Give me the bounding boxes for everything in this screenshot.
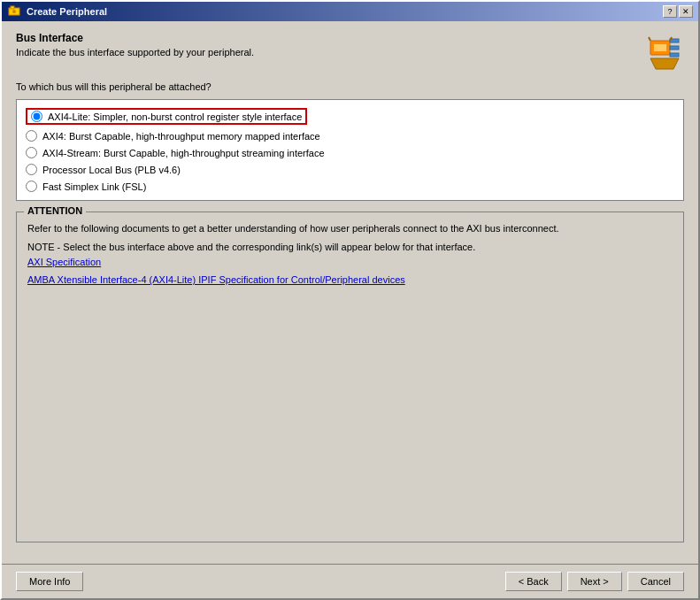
attention-note: NOTE - Select the bus interface above an… (27, 240, 673, 255)
radio-axi4stream[interactable] (26, 147, 37, 158)
radio-fsl-label[interactable]: Fast Simplex Link (FSL) (42, 181, 146, 192)
svg-line-9 (649, 37, 650, 41)
selected-option-box: AXI4-Lite: Simpler, non-burst control re… (26, 108, 307, 125)
title-controls: ? ✕ (663, 5, 693, 18)
close-button[interactable]: ✕ (679, 5, 693, 18)
axi-spec-link[interactable]: AXI Specification (27, 255, 673, 270)
amba-spec-link[interactable]: AMBA Xtensible Interface-4 (AXI4-Lite) I… (27, 273, 673, 288)
question-label: To which bus will this peripheral be att… (16, 81, 684, 92)
radio-fsl[interactable] (26, 181, 37, 192)
header-text: Bus Interface Indicate the bus interface… (16, 32, 254, 58)
svg-rect-7 (670, 53, 679, 57)
help-button[interactable]: ? (663, 5, 677, 18)
header-icon (645, 32, 684, 71)
radio-axi4stream-label[interactable]: AXI4-Stream: Burst Capable, high-through… (42, 148, 325, 158)
radio-item-5: Fast Simplex Link (FSL) (24, 178, 676, 195)
header-subtitle: Indicate the bus interface supported by … (16, 47, 254, 58)
svg-rect-1 (11, 6, 14, 9)
window-icon (7, 4, 21, 19)
radio-item-4: Processor Local Bus (PLB v4.6) (24, 161, 676, 178)
next-button[interactable]: Next > (567, 572, 622, 591)
radio-axi4lite-label[interactable]: AXI4-Lite: Simpler, non-burst control re… (48, 112, 302, 122)
radio-plb[interactable] (26, 164, 37, 175)
svg-point-2 (12, 10, 16, 13)
radio-plb-label[interactable]: Processor Local Bus (PLB v4.6) (42, 165, 181, 175)
main-window: Create Peripheral ? ✕ Bus Interface Indi… (0, 0, 700, 600)
attention-content: Refer to the following documents to get … (17, 212, 683, 299)
radio-item-3: AXI4-Stream: Burst Capable, high-through… (24, 144, 676, 161)
radio-group: AXI4-Lite: Simpler, non-burst control re… (16, 99, 684, 201)
radio-axi4-label[interactable]: AXI4: Burst Capable, high-throughput mem… (42, 131, 320, 142)
svg-marker-8 (650, 58, 679, 69)
more-info-button[interactable]: More Info (16, 572, 83, 591)
bottom-bar: More Info < Back Next > Cancel (2, 564, 698, 598)
attention-legend: ATTENTION (24, 205, 86, 216)
title-bar-left: Create Peripheral (7, 4, 107, 19)
window-title: Create Peripheral (27, 6, 107, 17)
back-button[interactable]: < Back (505, 572, 562, 591)
window-content: Bus Interface Indicate the bus interface… (2, 21, 698, 564)
title-bar: Create Peripheral ? ✕ (2, 2, 698, 21)
header-title: Bus Interface (16, 32, 254, 44)
attention-section: ATTENTION Refer to the following documen… (16, 212, 684, 542)
attention-line1: Refer to the following documents to get … (27, 221, 673, 236)
radio-item-1: AXI4-Lite: Simpler, non-burst control re… (24, 105, 676, 127)
radio-item-2: AXI4: Burst Capable, high-throughput mem… (24, 127, 676, 144)
svg-rect-6 (670, 46, 679, 50)
header-section: Bus Interface Indicate the bus interface… (16, 32, 684, 71)
radio-axi4lite[interactable] (31, 111, 42, 122)
svg-rect-4 (654, 44, 666, 51)
nav-buttons: < Back Next > Cancel (505, 572, 684, 591)
cancel-button[interactable]: Cancel (627, 572, 684, 591)
radio-axi4[interactable] (26, 130, 37, 142)
